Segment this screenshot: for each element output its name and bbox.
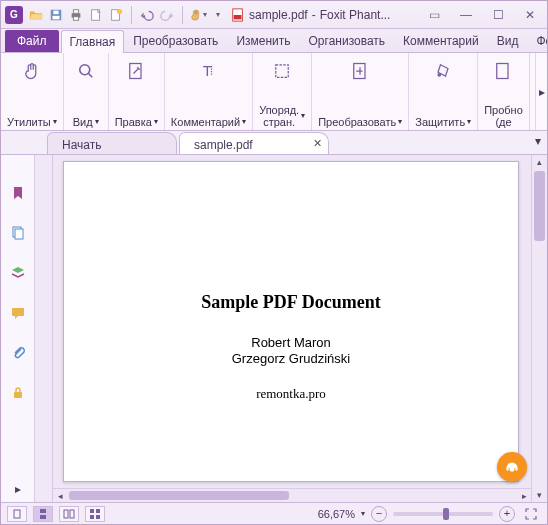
side-expand-icon[interactable]: ▸ bbox=[15, 482, 21, 496]
hand-tool-icon[interactable]: ▾ bbox=[189, 6, 207, 24]
ribbon-help-icon[interactable]: ▭ bbox=[421, 6, 447, 24]
group-label: Комментарий ▾ bbox=[171, 116, 246, 128]
group-label: Утилиты ▾ bbox=[7, 116, 57, 128]
svg-rect-25 bbox=[40, 515, 46, 519]
panel-toggle-icon[interactable]: ▾ bbox=[535, 134, 541, 148]
vertical-scrollbar[interactable]: ▴ ▾ bbox=[531, 155, 547, 502]
svg-rect-29 bbox=[96, 509, 100, 513]
group-icon bbox=[487, 57, 519, 85]
svg-rect-19 bbox=[15, 229, 23, 239]
minimize-button[interactable]: — bbox=[453, 6, 479, 24]
svg-rect-10 bbox=[234, 15, 242, 19]
vscroll-thumb[interactable] bbox=[534, 171, 545, 241]
group-icon bbox=[16, 57, 48, 85]
app-icon: G bbox=[5, 6, 23, 24]
svg-rect-23 bbox=[14, 510, 20, 518]
new-blank-icon[interactable] bbox=[107, 6, 125, 24]
ribbon-tab-0[interactable]: Главная bbox=[61, 30, 125, 53]
ribbon-tab-1[interactable]: Преобразовать bbox=[124, 29, 227, 52]
svg-point-16 bbox=[438, 73, 442, 77]
close-button[interactable]: ✕ bbox=[517, 6, 543, 24]
ribbon-group-1[interactable]: Вид ▾ bbox=[64, 53, 109, 130]
open-icon[interactable] bbox=[27, 6, 45, 24]
attachments-icon[interactable] bbox=[8, 343, 28, 363]
zoom-dropdown-icon[interactable]: ▾ bbox=[361, 509, 365, 518]
zoom-out-button[interactable]: − bbox=[371, 506, 387, 522]
group-icon bbox=[70, 57, 102, 85]
title-bar: G ▾ ▾ sample.pdf - Foxit Phant... ▭ — ☐ … bbox=[1, 1, 547, 29]
qat-customize-icon[interactable]: ▾ bbox=[209, 6, 227, 24]
svg-rect-27 bbox=[70, 510, 74, 518]
zoom-slider[interactable] bbox=[393, 512, 493, 516]
svg-rect-14 bbox=[276, 65, 289, 78]
svg-rect-21 bbox=[14, 392, 22, 398]
ribbon-group-3[interactable]: TКомментарий ▾ bbox=[165, 53, 253, 130]
maximize-button[interactable]: ☐ bbox=[485, 6, 511, 24]
document-tab-0[interactable]: Начать bbox=[47, 132, 177, 154]
ribbon-group-4[interactable]: Упоряд.стран. ▾ bbox=[253, 53, 312, 130]
scroll-down-icon[interactable]: ▾ bbox=[532, 488, 547, 502]
zoom-value: 66,67% bbox=[318, 508, 355, 520]
document-tab-strip: Начатьsample.pdf✕▾ bbox=[1, 131, 547, 155]
ribbon-group-6[interactable]: Защитить ▾ bbox=[409, 53, 478, 130]
group-icon bbox=[120, 57, 152, 85]
svg-rect-1 bbox=[53, 15, 60, 19]
ribbon-tab-4[interactable]: Комментарий bbox=[394, 29, 488, 52]
security-icon[interactable] bbox=[8, 383, 28, 403]
ribbon-tab-5[interactable]: Вид bbox=[488, 29, 528, 52]
fullscreen-button[interactable] bbox=[521, 506, 541, 522]
ribbon-tab-strip: Файл ГлавнаяПреобразоватьИзменитьОрганиз… bbox=[1, 29, 547, 53]
group-label: Вид ▾ bbox=[73, 116, 99, 128]
view-continuous-facing-button[interactable] bbox=[85, 506, 105, 522]
zoom-slider-thumb[interactable] bbox=[443, 508, 449, 520]
side-panel: ▸ bbox=[1, 155, 35, 502]
scroll-right-icon[interactable]: ▸ bbox=[517, 489, 531, 502]
bookmarks-icon[interactable] bbox=[8, 183, 28, 203]
horizontal-scrollbar[interactable]: ◂ ▸ bbox=[53, 488, 531, 502]
tab-close-icon[interactable]: ✕ bbox=[313, 137, 322, 150]
svg-rect-6 bbox=[92, 9, 100, 20]
ribbon-group-5[interactable]: Преобразовать ▾ bbox=[312, 53, 409, 130]
svg-rect-28 bbox=[90, 509, 94, 513]
window-title: sample.pdf - Foxit Phant... bbox=[231, 8, 417, 22]
hscroll-thumb[interactable] bbox=[69, 491, 289, 500]
tab-label: sample.pdf bbox=[194, 138, 253, 152]
new-doc-icon[interactable] bbox=[87, 6, 105, 24]
page-area[interactable]: Sample PDF Document Robert Maron Grzegor… bbox=[53, 155, 547, 502]
document-viewport: Sample PDF Document Robert Maron Grzegor… bbox=[35, 155, 547, 502]
pages-icon[interactable] bbox=[8, 223, 28, 243]
ribbon-group-2[interactable]: Правка ▾ bbox=[109, 53, 165, 130]
view-facing-button[interactable] bbox=[59, 506, 79, 522]
document-tab-1[interactable]: sample.pdf✕ bbox=[179, 132, 329, 154]
undo-icon[interactable] bbox=[138, 6, 156, 24]
quick-access-toolbar: ▾ ▾ bbox=[27, 6, 227, 24]
tab-label: Начать bbox=[62, 138, 102, 152]
svg-rect-24 bbox=[40, 509, 46, 513]
view-single-page-button[interactable] bbox=[7, 506, 27, 522]
group-label: Пробно(де bbox=[484, 104, 523, 128]
ribbon-tab-3[interactable]: Организовать bbox=[300, 29, 395, 52]
ribbon: Утилиты ▾Вид ▾Правка ▾TКомментарий ▾Упор… bbox=[1, 53, 547, 131]
ribbon-tab-2[interactable]: Изменить bbox=[227, 29, 299, 52]
ribbon-group-7[interactable]: Пробно(де bbox=[478, 53, 530, 130]
layers-icon[interactable] bbox=[8, 263, 28, 283]
doc-site: remontka.pro bbox=[256, 386, 326, 402]
file-tab[interactable]: Файл bbox=[5, 30, 59, 52]
scroll-up-icon[interactable]: ▴ bbox=[532, 155, 547, 169]
scroll-left-icon[interactable]: ◂ bbox=[53, 489, 67, 502]
view-continuous-button[interactable] bbox=[33, 506, 53, 522]
pdf-page: Sample PDF Document Robert Maron Grzegor… bbox=[63, 161, 519, 482]
save-icon[interactable] bbox=[47, 6, 65, 24]
zoom-in-button[interactable]: + bbox=[499, 506, 515, 522]
group-icon bbox=[344, 57, 376, 85]
ribbon-scroll-right[interactable]: ▸ bbox=[535, 53, 547, 130]
svg-rect-5 bbox=[73, 16, 78, 20]
comments-icon[interactable] bbox=[8, 303, 28, 323]
print-icon[interactable] bbox=[67, 6, 85, 24]
group-label: Упоряд.стран. ▾ bbox=[259, 104, 305, 128]
support-headset-icon[interactable] bbox=[497, 452, 527, 482]
ribbon-tab-6[interactable]: Форма bbox=[527, 29, 548, 52]
status-bar: 66,67% ▾ − + bbox=[1, 502, 547, 524]
ribbon-group-0[interactable]: Утилиты ▾ bbox=[1, 53, 64, 130]
redo-icon[interactable] bbox=[158, 6, 176, 24]
